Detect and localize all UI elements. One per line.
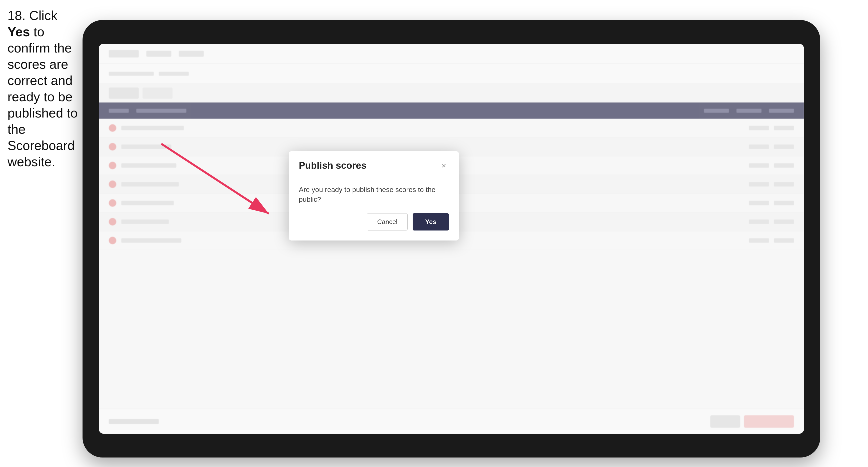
row-name [121, 238, 181, 243]
row-score [749, 219, 769, 224]
table-header [99, 102, 804, 119]
dialog-close-button[interactable]: × [439, 161, 449, 171]
row-score2 [774, 126, 794, 130]
row-score2 [774, 238, 794, 243]
dialog-title: Publish scores [299, 160, 366, 171]
row-icon [109, 237, 116, 244]
nav-item-2 [179, 51, 204, 57]
sub-header-text2 [159, 72, 189, 76]
tablet-screen: Publish scores × Are you ready to publis… [99, 44, 804, 434]
row-score2 [774, 145, 794, 149]
toolbar-btn2 [143, 88, 173, 99]
footer-text [109, 419, 159, 424]
col-header-4 [737, 109, 762, 113]
row-score [749, 126, 769, 130]
nav-bar [99, 44, 804, 64]
row-icon [109, 181, 116, 188]
instruction-text: 18. Click Yes to confirm the scores are … [7, 7, 80, 170]
row-score [749, 201, 769, 205]
col-header-2 [136, 109, 186, 113]
row-name [121, 182, 179, 187]
col-header-3 [704, 109, 729, 113]
row-score2 [774, 219, 794, 224]
col-header-5 [769, 109, 794, 113]
nav-item-1 [146, 51, 171, 57]
row-score [749, 163, 769, 168]
row-name [121, 219, 169, 224]
row-name [121, 126, 184, 130]
table-row [99, 119, 804, 137]
row-icon [109, 199, 116, 207]
row-score [749, 182, 769, 187]
col-header-1 [109, 109, 129, 113]
row-name [121, 201, 174, 205]
dialog-header: Publish scores × [289, 151, 459, 177]
dialog-footer: Cancel Yes [289, 213, 459, 241]
step-number: 18. [7, 8, 26, 23]
yes-button[interactable]: Yes [413, 213, 449, 230]
back-button-bg [710, 415, 740, 428]
row-score [749, 145, 769, 149]
sub-header [99, 64, 804, 84]
nav-logo [109, 50, 139, 58]
dialog-message: Are you ready to publish these scores to… [299, 185, 449, 204]
toolbar-btn [109, 88, 139, 99]
row-icon [109, 218, 116, 225]
footer-buttons [710, 415, 794, 428]
toolbar [99, 84, 804, 102]
row-icon [109, 143, 116, 151]
row-score2 [774, 182, 794, 187]
tablet-device: Publish scores × Are you ready to publis… [83, 20, 820, 458]
table-footer [99, 409, 804, 434]
row-score [749, 238, 769, 243]
publish-scores-dialog: Publish scores × Are you ready to publis… [289, 151, 459, 241]
row-name [121, 145, 171, 149]
row-name [121, 163, 176, 168]
dialog-body: Are you ready to publish these scores to… [289, 177, 459, 213]
row-icon [109, 124, 116, 132]
cancel-button[interactable]: Cancel [367, 213, 408, 230]
row-score2 [774, 201, 794, 205]
row-score2 [774, 163, 794, 168]
publish-button-bg [744, 415, 794, 428]
row-icon [109, 162, 116, 169]
bold-yes: Yes [7, 25, 30, 39]
sub-header-text [109, 72, 154, 76]
